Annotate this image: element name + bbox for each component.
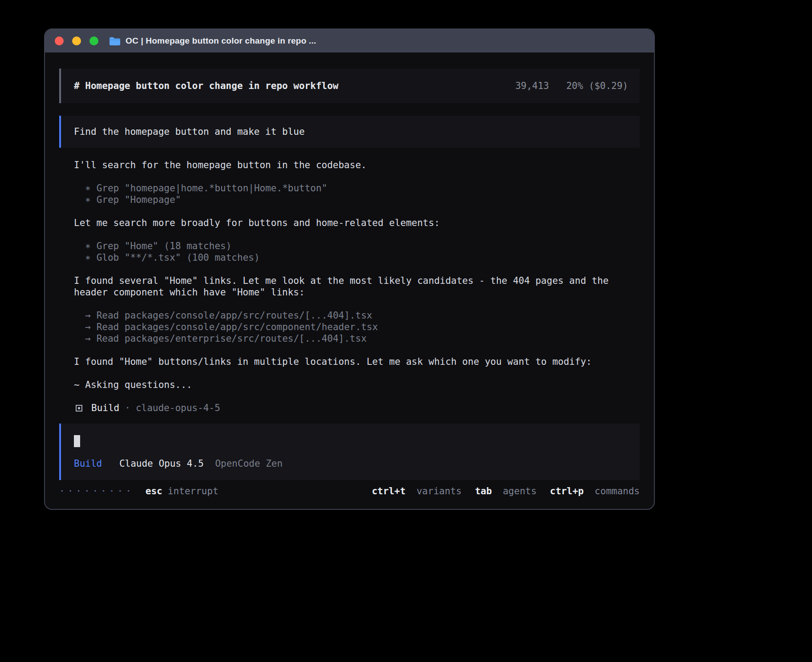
status-bar-right: ctrl+t variants tab agents ctrl+p comman… bbox=[372, 485, 640, 497]
token-count: 39,413 bbox=[515, 81, 549, 91]
tool-call-text: Read packages/console/app/src/routes/[..… bbox=[97, 310, 373, 321]
tool-call-text: Grep "Home" (18 matches) bbox=[97, 241, 231, 251]
tool-call-text: Read packages/enterprise/src/routes/[...… bbox=[97, 333, 367, 344]
tool-call-text: Read packages/console/app/src/component/… bbox=[97, 322, 378, 332]
asterisk-icon: ∗ bbox=[85, 182, 91, 194]
assistant-paragraph: I found several "Home" links. Let me loo… bbox=[74, 275, 640, 298]
esc-key-hint: esc bbox=[146, 485, 162, 497]
asterisk-icon: ∗ bbox=[85, 240, 91, 252]
session-header: # Homepage button color change in repo w… bbox=[59, 69, 640, 103]
tool-call-text: Grep "homepage|home.*button|Home.*button… bbox=[97, 183, 327, 194]
assistant-paragraph: I'll search for the homepage button in t… bbox=[74, 159, 640, 171]
minimize-button[interactable] bbox=[72, 36, 81, 45]
transcript: I'll search for the homepage button in t… bbox=[59, 159, 640, 414]
spinner-dots: ········· bbox=[59, 485, 134, 497]
arrow-right-icon: → bbox=[85, 333, 91, 344]
status-bar: ········· esc interrupt ctrl+t variants … bbox=[59, 484, 640, 498]
tool-call: →Read packages/console/app/src/routes/[.… bbox=[85, 310, 640, 321]
assistant-paragraph: I found "Home" buttons/links in multiple… bbox=[74, 356, 640, 367]
terminal-content: # Homepage button color change in repo w… bbox=[45, 52, 654, 498]
tool-call-group: →Read packages/console/app/src/routes/[.… bbox=[74, 310, 640, 344]
folder-icon bbox=[109, 36, 121, 46]
shortcut-key: tab bbox=[475, 486, 492, 496]
working-status: ~ Asking questions... bbox=[74, 379, 640, 391]
input-mode-line: Build Claude Opus 4.5 OpenCode Zen bbox=[74, 458, 629, 469]
shortcut-variants: ctrl+t variants bbox=[372, 485, 462, 497]
tool-call: ∗Grep "Home" (18 matches) bbox=[85, 240, 640, 252]
text-cursor bbox=[74, 435, 80, 447]
window-title: OC | Homepage button color change in rep… bbox=[126, 36, 316, 46]
tool-call: ∗Glob "**/*.tsx" (100 matches) bbox=[85, 252, 640, 263]
tool-call-group: ∗Grep "Home" (18 matches) ∗Glob "**/*.ts… bbox=[74, 240, 640, 263]
agent-name: Build bbox=[91, 402, 119, 414]
asterisk-icon: ∗ bbox=[85, 194, 91, 206]
tool-call: ∗Grep "Homepage" bbox=[85, 194, 640, 206]
context-usage: 20% ($0.29) bbox=[566, 81, 628, 91]
shortcut-key: ctrl+p bbox=[550, 486, 584, 496]
user-message-text: Find the homepage button and make it blu… bbox=[74, 126, 304, 137]
terminal-window: OC | Homepage button color change in rep… bbox=[44, 28, 655, 510]
tool-call: ∗Grep "homepage|home.*button|Home.*butto… bbox=[85, 182, 640, 194]
shortcut-label: variants bbox=[417, 486, 462, 496]
user-message: Find the homepage button and make it blu… bbox=[59, 116, 640, 148]
agent-line: Build · claude-opus-4-5 bbox=[74, 402, 640, 414]
tool-call-text: Glob "**/*.tsx" (100 matches) bbox=[97, 252, 260, 263]
asterisk-icon: ∗ bbox=[85, 252, 91, 263]
session-stats: 39,413 20% ($0.29) bbox=[515, 80, 628, 92]
agent-model: claude-opus-4-5 bbox=[136, 402, 220, 414]
session-title: # Homepage button color change in repo w… bbox=[74, 80, 338, 92]
agent-icon bbox=[76, 405, 82, 412]
tool-call-group: ∗Grep "homepage|home.*button|Home.*butto… bbox=[74, 182, 640, 206]
tool-call-text: Grep "Homepage" bbox=[97, 194, 181, 205]
traffic-lights bbox=[55, 36, 98, 45]
titlebar[interactable]: OC | Homepage button color change in rep… bbox=[45, 29, 654, 52]
zoom-button[interactable] bbox=[89, 36, 98, 45]
prompt-input[interactable]: Build Claude Opus 4.5 OpenCode Zen bbox=[59, 424, 640, 480]
status-bar-left: ········· esc interrupt bbox=[59, 485, 219, 497]
mode-badge[interactable]: Build bbox=[74, 458, 102, 469]
shortcut-key: ctrl+t bbox=[372, 486, 406, 496]
arrow-right-icon: → bbox=[85, 321, 91, 333]
arrow-right-icon: → bbox=[85, 310, 91, 321]
tool-call: →Read packages/enterprise/src/routes/[..… bbox=[85, 333, 640, 344]
shortcut-label: commands bbox=[595, 486, 640, 496]
assistant-paragraph: Let me search more broadly for buttons a… bbox=[74, 217, 640, 229]
tool-call: →Read packages/console/app/src/component… bbox=[85, 321, 640, 333]
model-name: Claude Opus 4.5 bbox=[119, 458, 204, 469]
shortcut-label: agents bbox=[503, 486, 536, 496]
shortcut-agents: tab agents bbox=[475, 485, 536, 497]
shortcut-commands: ctrl+p commands bbox=[550, 485, 640, 497]
separator-dot: · bbox=[125, 402, 130, 414]
provider-name: OpenCode Zen bbox=[215, 458, 283, 469]
close-button[interactable] bbox=[55, 36, 64, 45]
interrupt-hint: interrupt bbox=[168, 485, 219, 497]
